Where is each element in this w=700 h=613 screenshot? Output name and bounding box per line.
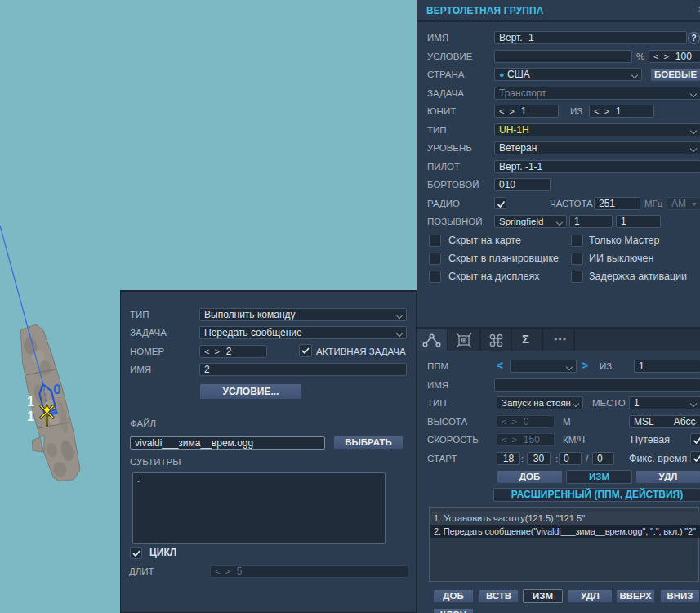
svg-text:1: 1 (27, 395, 34, 409)
svg-text:1: 1 (27, 409, 34, 423)
svg-text:0: 0 (53, 382, 60, 397)
